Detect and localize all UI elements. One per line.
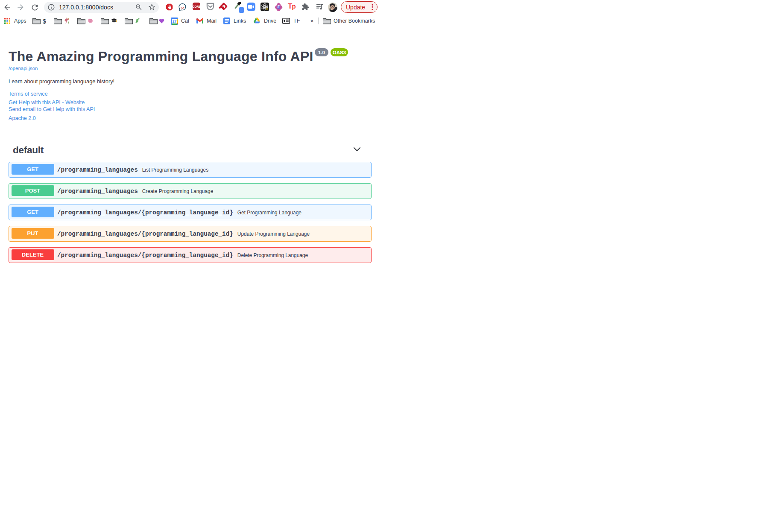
svg-text:27: 27 xyxy=(173,19,177,23)
